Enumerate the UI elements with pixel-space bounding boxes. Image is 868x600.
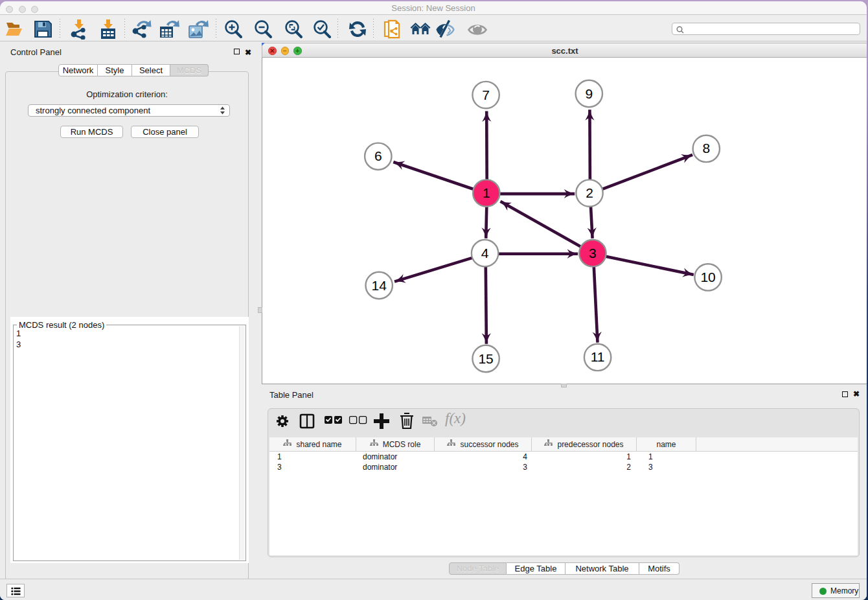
svg-text:7: 7: [482, 87, 490, 102]
svg-text:2: 2: [586, 185, 593, 200]
svg-text:6: 6: [374, 148, 382, 163]
svg-text:4: 4: [481, 246, 489, 260]
svg-text:11: 11: [591, 349, 605, 364]
svg-text:15: 15: [478, 351, 493, 366]
svg-text:9: 9: [585, 86, 593, 101]
svg-text:10: 10: [700, 270, 715, 284]
svg-text:3: 3: [589, 246, 597, 260]
svg-text:8: 8: [702, 141, 710, 156]
svg-text:14: 14: [372, 278, 387, 293]
svg-text:1: 1: [483, 185, 490, 200]
